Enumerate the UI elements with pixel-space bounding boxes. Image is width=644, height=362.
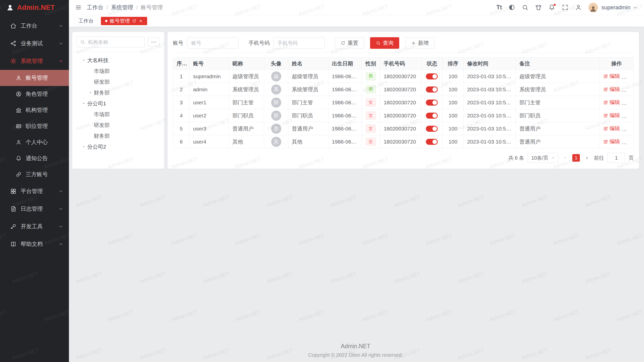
tree-node[interactable]: 市场部 (77, 66, 160, 76)
tab-workbench[interactable]: 工作台 (74, 17, 98, 25)
notification-bell-icon[interactable] (548, 4, 555, 11)
fullscreen-icon[interactable] (562, 4, 569, 11)
cell-phone: 18020030720 (380, 83, 421, 96)
status-toggle[interactable] (426, 100, 438, 106)
status-toggle[interactable] (426, 73, 438, 79)
sidebar-item-help-docs[interactable]: 帮助文档 (0, 235, 69, 253)
status-toggle[interactable] (426, 139, 438, 145)
breadcrumb-item[interactable]: 系统管理 (111, 4, 133, 11)
sidebar-item-platform-management[interactable]: 平台管理 (0, 183, 69, 200)
cell-gender: 女 (361, 109, 380, 122)
theme-mode-icon[interactable] (508, 4, 515, 11)
edit-button[interactable]: 编辑 (603, 125, 620, 132)
table-row: 6 user4 其他 其 其他 1986-06-28 女 18020030720… (173, 135, 634, 148)
tree-node[interactable]: 研发部 (77, 120, 160, 130)
more-actions-button[interactable]: ⋯ (627, 113, 632, 119)
edit-button[interactable]: 编辑 (603, 86, 620, 93)
col-account: 账号 (189, 58, 229, 70)
edit-icon (603, 126, 608, 131)
prev-page-button[interactable] (562, 154, 569, 161)
theme-skin-icon[interactable] (535, 4, 542, 11)
sidebar-item-log-management[interactable]: 日志管理 (0, 200, 69, 218)
cell-remark: 系统管理员 (516, 83, 599, 96)
row-avatar: 部 (271, 98, 281, 108)
edit-button[interactable]: 编辑 (603, 99, 620, 106)
phone-filter-input[interactable] (273, 37, 325, 49)
sidebar-item-personal-center[interactable]: 个人中心 (0, 134, 69, 150)
sidebar-item-workbench[interactable]: 工作台 (0, 17, 69, 35)
sidebar-item-business-test[interactable]: 业务测试 (0, 35, 69, 52)
caret-right-icon[interactable] (80, 141, 87, 152)
more-actions-button[interactable]: ⋯ (627, 74, 632, 80)
next-page-button[interactable] (583, 154, 590, 161)
tree-node[interactable]: 研发部 (77, 76, 160, 87)
breadcrumb-item[interactable]: 工作台 (87, 4, 103, 11)
sidebar-item-account-management[interactable]: 账号管理 (0, 70, 69, 86)
chevron-down-icon[interactable] (633, 5, 637, 10)
more-actions-button[interactable]: ⋯ (627, 87, 632, 93)
search-icon[interactable] (522, 4, 529, 11)
sidebar-item-org-management[interactable]: 机构管理 (0, 102, 69, 118)
topbar: 工作台 / 系统管理 / 账号管理 Tt superadmin (69, 0, 644, 15)
more-actions-button[interactable]: ⋯ (627, 139, 632, 145)
sidebar-item-notice[interactable]: 通知公告 (0, 150, 69, 166)
topbar-actions: Tt superadmin (496, 3, 637, 12)
tree-node[interactable]: 财务部 (77, 87, 160, 98)
tree-node[interactable]: 财务部 (77, 130, 160, 141)
page-number-button[interactable]: 1 (572, 154, 580, 162)
user-setting-icon[interactable] (575, 4, 582, 11)
edit-button[interactable]: 编辑 (603, 73, 620, 80)
avatar[interactable] (588, 3, 598, 12)
edit-button[interactable]: 编辑 (603, 112, 620, 119)
table-row: 2 admin 系统管理员 系 系统管理员 1986-06-28 男 18020… (173, 83, 634, 96)
tab-account-management[interactable]: 账号管理 (101, 17, 147, 25)
cell-account: user4 (189, 135, 229, 148)
sidebar-item-dev-tools[interactable]: 开发工具 (0, 218, 69, 235)
sidebar-item-role-management[interactable]: 角色管理 (0, 86, 69, 102)
org-search-input[interactable] (77, 36, 145, 48)
status-toggle[interactable] (426, 126, 438, 132)
col-actions: 操作 (599, 58, 633, 70)
cell-gender: 男 (361, 83, 380, 96)
cell-no: 5 (173, 122, 190, 135)
tree-node[interactable]: 分公司2 (77, 141, 160, 152)
caret-down-icon[interactable] (80, 98, 87, 109)
refresh-icon[interactable] (132, 19, 136, 23)
close-icon[interactable] (139, 19, 143, 23)
cell-remark: 普通用户 (516, 135, 599, 148)
sidebar-item-system-management[interactable]: 系统管理 (0, 52, 69, 70)
query-label: 查询 (383, 39, 393, 47)
hamburger-icon[interactable] (75, 4, 82, 11)
caret-down-icon[interactable] (80, 55, 87, 66)
sidebar-item-third-party-account[interactable]: 三方账号 (0, 166, 69, 183)
breadcrumb-separator: / (136, 4, 138, 11)
cell-order: 100 (442, 96, 464, 109)
sidebar-item-position-management[interactable]: 职位管理 (0, 118, 69, 134)
cell-order: 100 (442, 83, 464, 96)
add-button[interactable]: 新增 (405, 37, 434, 49)
caret-right-icon[interactable] (87, 87, 94, 98)
account-filter-input[interactable] (187, 37, 238, 49)
org-more-button[interactable]: ⋯ (148, 37, 160, 47)
caret-placeholder (87, 76, 94, 87)
edit-button[interactable]: 编辑 (603, 138, 620, 145)
font-size-icon[interactable]: Tt (496, 4, 502, 11)
goto-page-input[interactable] (608, 153, 625, 163)
edit-label: 编辑 (610, 73, 620, 80)
cell-name: 系统管理员 (288, 83, 328, 96)
col-gender: 性别 (361, 58, 380, 70)
more-actions-button[interactable]: ⋯ (627, 126, 632, 132)
more-actions-button[interactable]: ⋯ (627, 100, 632, 106)
query-button[interactable]: 查询 (370, 37, 399, 49)
tree-node[interactable]: 大名科技 (77, 55, 160, 66)
cell-gender: 女 (361, 122, 380, 135)
tree-node[interactable]: 分公司1 (77, 98, 160, 109)
cell-status (421, 96, 442, 109)
plus-icon (411, 41, 416, 46)
page-size-select[interactable]: 10条/页 (528, 153, 558, 163)
status-toggle[interactable] (426, 113, 438, 119)
tree-node[interactable]: 市场部 (77, 109, 160, 120)
status-toggle[interactable] (426, 86, 438, 93)
reset-button[interactable]: 重置 (335, 37, 364, 49)
username[interactable]: superadmin (601, 4, 630, 11)
